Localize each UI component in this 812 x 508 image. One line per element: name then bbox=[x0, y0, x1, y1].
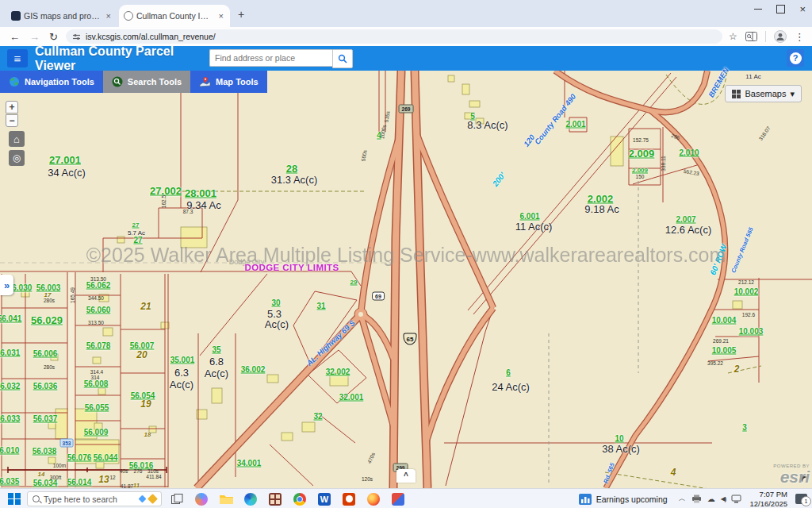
app-header: ≡ Cullman County Parcel Viewer ? bbox=[0, 46, 812, 71]
tool-button-navigation-tools[interactable]: Navigation Tools bbox=[0, 71, 103, 93]
edge-button[interactable] bbox=[241, 491, 260, 508]
notification-center-button[interactable]: 1 bbox=[795, 494, 807, 504]
date-label: 12/16/2025 bbox=[749, 499, 787, 508]
address-search bbox=[209, 49, 353, 68]
new-tab-button[interactable]: + bbox=[238, 8, 244, 21]
browser-tab-strip: GIS maps and property searche×Cullman Co… bbox=[0, 0, 812, 27]
status-label: Earnings upcoming bbox=[596, 495, 668, 504]
forward-button[interactable]: → bbox=[29, 31, 40, 43]
chevron-up-icon: ^ bbox=[404, 471, 408, 480]
roundabout-center bbox=[358, 312, 363, 317]
minus-icon: − bbox=[9, 115, 14, 126]
grid-icon bbox=[732, 90, 741, 98]
tab-title: GIS maps and property searche bbox=[24, 11, 102, 21]
task-view-button[interactable] bbox=[167, 491, 186, 508]
toolbar-divider bbox=[765, 31, 766, 42]
tab-close-icon[interactable]: × bbox=[105, 11, 113, 21]
home-icon: ⌂ bbox=[13, 133, 20, 145]
search-icon bbox=[338, 54, 347, 64]
time-label: 7:07 PM bbox=[749, 490, 787, 498]
lot-dashed-lines bbox=[549, 181, 638, 484]
find-address-input[interactable] bbox=[209, 49, 332, 67]
tool-button-label: Map Tools bbox=[216, 77, 259, 87]
url-text: isv.kcsgis.com/al.cullman_revenue/ bbox=[86, 32, 216, 41]
app-grid-icon bbox=[269, 493, 282, 506]
locate-icon: ◎ bbox=[13, 152, 21, 164]
search-submit-button[interactable] bbox=[332, 49, 353, 68]
start-button[interactable] bbox=[8, 493, 21, 506]
globe-icon bbox=[9, 76, 20, 87]
maximize-button[interactable] bbox=[776, 5, 785, 13]
taskbar-search[interactable]: Type here to search bbox=[27, 491, 162, 506]
question-icon: ? bbox=[790, 52, 802, 64]
zoom-out-button[interactable]: − bbox=[6, 114, 18, 127]
my-location-button[interactable]: ◎ bbox=[9, 150, 25, 166]
hidden-icons-chevron[interactable]: ︿ bbox=[679, 494, 686, 504]
page-title: Cullman County Parcel Viewer bbox=[35, 44, 203, 73]
local-road bbox=[68, 272, 75, 488]
basemaps-button[interactable]: Basemaps ▾ bbox=[725, 85, 802, 102]
browser-toolbar: ← → ↻ isv.kcsgis.com/al.cullman_revenue/… bbox=[0, 27, 812, 46]
onedrive-icon[interactable]: ☁ bbox=[707, 495, 715, 503]
tab-title: Cullman County ISV3 bbox=[136, 11, 214, 21]
magnifier-icon bbox=[112, 76, 123, 87]
misc-app-button[interactable] bbox=[389, 491, 408, 508]
tab-close-icon[interactable]: × bbox=[217, 11, 225, 21]
media-player-icon bbox=[343, 493, 355, 506]
tool-button-label: Search Tools bbox=[128, 77, 182, 87]
word-icon: W bbox=[318, 493, 331, 506]
app-grid-button[interactable] bbox=[266, 491, 285, 508]
copilot-icon bbox=[195, 493, 208, 506]
close-window-button[interactable]: × bbox=[799, 3, 806, 15]
zoom-in-button[interactable]: + bbox=[6, 101, 18, 114]
attribution-collapse-button[interactable]: ^ bbox=[396, 469, 416, 483]
map-graphics bbox=[0, 71, 812, 488]
volume-icon[interactable]: ◀) bbox=[721, 495, 726, 502]
side-panel-search-icon[interactable] bbox=[745, 32, 757, 41]
profile-avatar[interactable] bbox=[774, 30, 787, 43]
browser-menu-icon[interactable]: ⋮ bbox=[795, 31, 805, 43]
network-icon[interactable] bbox=[731, 495, 741, 503]
media-app-button[interactable] bbox=[339, 491, 358, 508]
scale-bar bbox=[8, 467, 167, 473]
copilot-spark-icon bbox=[139, 495, 147, 503]
tool-button-search-tools[interactable]: Search Tools bbox=[103, 71, 190, 93]
file-explorer-button[interactable] bbox=[216, 491, 236, 508]
home-extent-button[interactable]: ⌂ bbox=[9, 131, 25, 147]
word-button[interactable]: W bbox=[315, 491, 334, 508]
toolbar-right: ☆ ⋮ bbox=[729, 30, 805, 43]
plus-icon: + bbox=[9, 102, 14, 113]
tool-button-map-tools[interactable]: Map Tools bbox=[190, 71, 267, 93]
taskbar-search-placeholder: Type here to search bbox=[44, 495, 136, 504]
basemaps-label: Basemaps bbox=[745, 89, 786, 98]
hamburger-menu-button[interactable]: ≡ bbox=[7, 49, 28, 67]
bookmark-star-icon[interactable]: ☆ bbox=[729, 31, 737, 42]
minimize-button[interactable] bbox=[754, 9, 762, 10]
browser-tab[interactable]: Cullman County ISV3× bbox=[119, 5, 230, 27]
system-tray: ︿ ☁ ◀) bbox=[679, 494, 742, 504]
help-button[interactable]: ? bbox=[787, 49, 804, 67]
site-settings-icon[interactable] bbox=[72, 33, 81, 41]
reload-button[interactable]: ↻ bbox=[49, 31, 58, 43]
map-pin-icon bbox=[199, 76, 211, 87]
chrome-button[interactable] bbox=[290, 491, 309, 508]
copilot-button[interactable] bbox=[192, 491, 211, 508]
printer-icon[interactable] bbox=[691, 495, 702, 503]
hamburger-icon: ≡ bbox=[14, 52, 21, 65]
windows-taskbar: Type here to search W Earnings upcoming … bbox=[0, 488, 812, 508]
panel-expand-button[interactable]: » bbox=[0, 275, 13, 295]
firefox-button[interactable] bbox=[364, 491, 383, 508]
map-toolbar: Navigation ToolsSearch ToolsMap Tools bbox=[0, 71, 267, 93]
back-button[interactable]: ← bbox=[10, 31, 20, 43]
file-explorer-icon bbox=[220, 494, 233, 505]
notification-badge: 1 bbox=[801, 496, 811, 506]
esri-attribution: POWERED BY esri bbox=[773, 464, 810, 485]
stock-status-widget[interactable]: Earnings upcoming bbox=[579, 494, 668, 505]
clock[interactable]: 7:07 PM 12/16/2025 bbox=[749, 490, 787, 508]
tab-favicon bbox=[11, 11, 21, 21]
map-canvas[interactable] bbox=[0, 71, 812, 488]
browser-tab[interactable]: GIS maps and property searche× bbox=[6, 5, 117, 27]
chart-icon bbox=[579, 494, 592, 505]
address-bar[interactable]: isv.kcsgis.com/al.cullman_revenue/ bbox=[66, 29, 722, 44]
task-view-icon bbox=[171, 494, 183, 504]
